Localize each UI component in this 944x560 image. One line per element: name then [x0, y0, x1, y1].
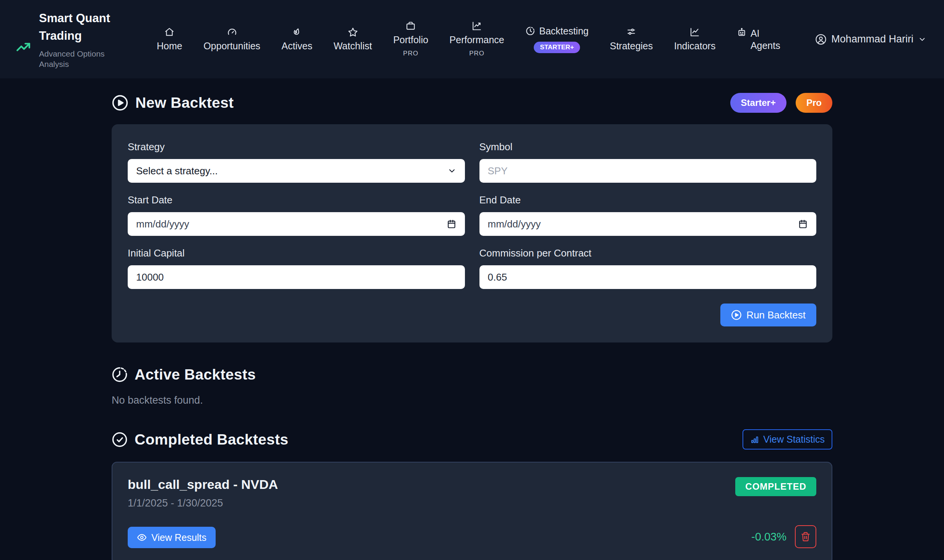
view-results-label: View Results — [151, 532, 206, 543]
backtest-name: bull_call_spread - NVDA — [128, 477, 278, 492]
clock-icon — [525, 26, 535, 36]
nav-label: Actives — [281, 41, 312, 52]
completed-backtests-title: Completed Backtests — [135, 431, 288, 448]
new-backtest-form: Strategy Select a strategy... Symbol Sta… — [112, 124, 832, 342]
sliders-icon — [626, 27, 636, 37]
nav-item-actives[interactable]: Actives — [281, 27, 312, 52]
end-date-input[interactable]: mm/dd/yyyy — [479, 212, 817, 236]
nav-item-watchlist[interactable]: Watchlist — [333, 27, 372, 52]
play-circle-icon — [731, 310, 742, 320]
nav-item-performance[interactable]: Performance PRO — [450, 21, 504, 57]
commission-label: Commission per Contract — [479, 247, 817, 259]
robot-icon — [737, 27, 747, 37]
brand-subtitle: Advanced Options Analysis — [39, 49, 119, 69]
initial-capital-label: Initial Capital — [128, 247, 465, 259]
brand[interactable]: Smart Quant Trading Advanced Options Ana… — [15, 10, 130, 69]
pro-plan-badge[interactable]: Pro — [796, 93, 832, 113]
play-circle-icon — [112, 94, 128, 111]
bar-chart-icon — [750, 435, 759, 444]
nav-label: Backtesting — [539, 26, 588, 37]
start-date-label: Start Date — [128, 194, 465, 206]
new-backtest-header: New Backtest Starter+ Pro — [112, 93, 832, 113]
calendar-icon — [447, 219, 457, 229]
status-badge: COMPLETED — [735, 477, 816, 496]
trending-up-icon — [15, 39, 31, 55]
eye-icon — [137, 532, 147, 542]
return-percentage: -0.03% — [751, 531, 786, 543]
start-date-field: Start Date mm/dd/yyyy — [128, 194, 465, 236]
trash-icon — [801, 532, 811, 542]
completed-backtest-card: bull_call_spread - NVDA 1/1/2025 - 1/30/… — [112, 462, 832, 560]
page-title: New Backtest — [135, 94, 234, 111]
nav-label: Portfolio — [393, 34, 428, 45]
view-statistics-label: View Statistics — [763, 434, 825, 445]
briefcase-icon — [406, 21, 416, 31]
star-icon — [348, 27, 358, 37]
nav-item-portfolio[interactable]: Portfolio PRO — [393, 21, 428, 57]
nav-label: Watchlist — [333, 41, 372, 52]
main-nav: Home Opportunities Actives Watchlist Por — [157, 21, 926, 57]
end-date-value: mm/dd/yyyy — [488, 218, 541, 230]
nav-item-indicators[interactable]: Indicators — [674, 27, 715, 52]
user-menu[interactable]: Mohammad Hariri — [815, 33, 926, 45]
history-clock-icon — [112, 367, 128, 383]
run-backtest-label: Run Backtest — [746, 309, 806, 321]
symbol-input[interactable] — [479, 159, 817, 183]
calendar-icon — [798, 219, 808, 229]
user-name: Mohammad Hariri — [831, 33, 913, 45]
initial-capital-input[interactable] — [128, 265, 465, 289]
completed-backtests-section: Completed Backtests View Statistics bull… — [112, 429, 832, 560]
nav-label: AI Agents — [751, 27, 783, 52]
user-avatar-icon — [815, 34, 827, 45]
chart-line-icon — [472, 21, 482, 31]
strategy-select-value: Select a strategy... — [136, 165, 218, 177]
start-date-value: mm/dd/yyyy — [136, 218, 189, 230]
pro-sub-label: PRO — [469, 50, 484, 57]
brand-title: Smart Quant Trading — [39, 10, 112, 45]
view-statistics-button[interactable]: View Statistics — [743, 429, 832, 450]
nav-label: Home — [157, 41, 182, 52]
active-backtests-section: Active Backtests No backtests found. — [112, 366, 832, 406]
delete-backtest-button[interactable] — [795, 525, 816, 548]
end-date-field: End Date mm/dd/yyyy — [479, 194, 817, 236]
nav-item-strategies[interactable]: Strategies — [610, 27, 653, 52]
run-backtest-button[interactable]: Run Backtest — [720, 304, 816, 326]
nav-item-home[interactable]: Home — [157, 27, 182, 52]
starter-plan-badge[interactable]: Starter+ — [730, 93, 786, 113]
home-icon — [164, 27, 174, 37]
active-backtests-title: Active Backtests — [135, 366, 256, 383]
chevron-down-icon — [918, 35, 926, 44]
backtest-date-range: 1/1/2025 - 1/30/2025 — [128, 497, 278, 509]
flame-icon — [292, 27, 302, 37]
chevron-down-icon — [447, 166, 457, 175]
gauge-icon — [227, 27, 237, 37]
nav-item-backtesting[interactable]: Backtesting STARTER+ — [525, 26, 588, 53]
end-date-label: End Date — [479, 194, 817, 206]
view-results-button[interactable]: View Results — [128, 527, 216, 548]
starter-plus-badge: STARTER+ — [534, 42, 580, 53]
top-navigation-bar: Smart Quant Trading Advanced Options Ana… — [0, 0, 944, 78]
nav-label: Strategies — [610, 41, 653, 52]
strategy-label: Strategy — [128, 141, 465, 153]
nav-item-opportunities[interactable]: Opportunities — [203, 27, 260, 52]
nav-label: Opportunities — [203, 41, 260, 52]
nav-item-ai-agents[interactable]: AI Agents — [737, 27, 783, 52]
initial-capital-field: Initial Capital — [128, 247, 465, 289]
no-backtests-message: No backtests found. — [112, 394, 832, 406]
pro-sub-label: PRO — [403, 50, 418, 57]
strategy-field: Strategy Select a strategy... — [128, 141, 465, 183]
chart-line-icon — [690, 27, 700, 37]
start-date-input[interactable]: mm/dd/yyyy — [128, 212, 465, 236]
backtesting-page: New Backtest Starter+ Pro Strategy Selec… — [112, 78, 832, 560]
nav-label: Indicators — [674, 41, 715, 52]
symbol-label: Symbol — [479, 141, 817, 153]
check-circle-icon — [112, 432, 128, 448]
strategy-select[interactable]: Select a strategy... — [128, 159, 465, 183]
commission-input[interactable] — [479, 265, 817, 289]
symbol-field: Symbol — [479, 141, 817, 183]
nav-label: Performance — [450, 34, 504, 45]
commission-field: Commission per Contract — [479, 247, 817, 289]
